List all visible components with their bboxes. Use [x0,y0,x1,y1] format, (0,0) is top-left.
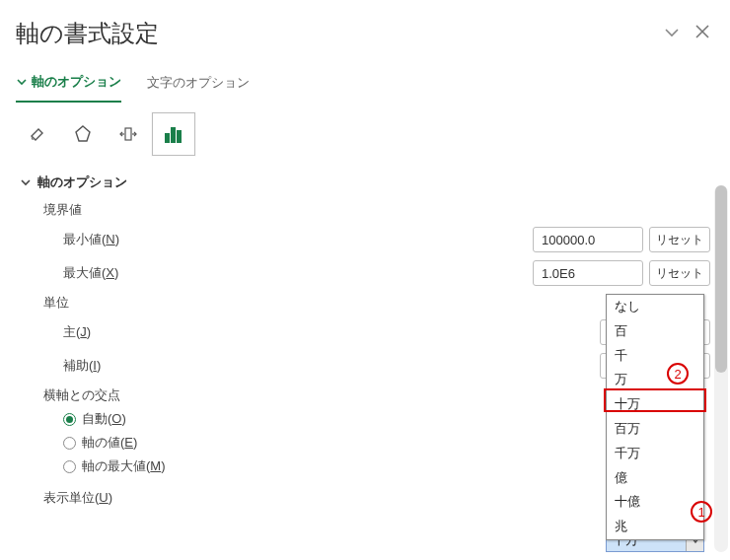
radio-icon [63,413,76,426]
dropdown-item[interactable]: 十億 [607,490,703,515]
radio-label: 軸の最大値(M) [82,457,166,475]
major-unit-label: 主(J) [63,323,600,341]
size-properties-icon[interactable] [107,112,150,156]
svg-rect-3 [125,128,131,140]
dropdown-item[interactable]: 百 [607,319,703,344]
reset-min-button[interactable]: リセット [649,227,710,252]
tab-label: 文字のオプション [147,74,250,92]
svg-rect-7 [171,127,176,143]
max-label: 最大値(X) [63,264,533,282]
radio-label: 軸の値(E) [82,434,137,452]
svg-rect-8 [177,130,182,143]
dropdown-item[interactable]: 千 [607,344,703,369]
tab-axis-options[interactable]: 軸のオプション [16,67,121,103]
dropdown-item[interactable]: 千万 [607,442,703,466]
scrollbar[interactable] [714,185,728,552]
min-input[interactable] [533,227,643,252]
dropdown-item[interactable]: 百万 [607,417,703,442]
scrollbar-thumb[interactable] [715,185,727,373]
dropdown-item[interactable]: 兆 [607,515,703,539]
axis-options-icon[interactable] [152,112,195,156]
display-unit-dropdown-list[interactable]: なし百千万十万百万千万億十億兆 [606,294,704,540]
radio-label: 自動(O) [82,410,126,428]
effects-icon[interactable] [61,112,105,156]
fill-line-icon[interactable] [16,112,59,156]
dropdown-item[interactable]: 万 [607,368,703,392]
radio-icon [63,460,76,473]
minor-unit-label: 補助(I) [63,357,600,375]
tab-label: 軸のオプション [32,73,121,91]
collapse-pane-icon[interactable] [663,24,681,41]
dropdown-item[interactable]: 億 [607,466,703,491]
max-input[interactable] [533,260,643,286]
radio-icon [63,437,76,450]
reset-max-button[interactable]: リセット [649,260,710,286]
svg-marker-2 [76,126,90,141]
min-label: 最小値(N) [63,231,533,248]
section-label: 軸のオプション [37,174,127,191]
svg-rect-6 [165,133,170,143]
section-axis-options[interactable]: 軸のオプション [20,174,710,191]
bounds-label: 境界値 [43,201,710,219]
dropdown-item[interactable]: なし [607,295,703,319]
dropdown-item[interactable]: 十万 [607,392,703,417]
tab-text-options[interactable]: 文字のオプション [147,67,250,103]
close-pane-icon[interactable] [694,24,710,41]
pane-title: 軸の書式設定 [16,18,714,49]
